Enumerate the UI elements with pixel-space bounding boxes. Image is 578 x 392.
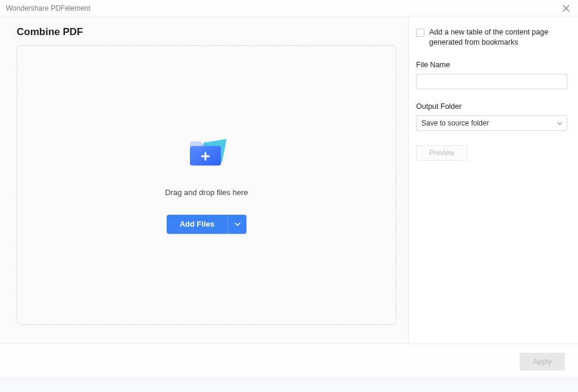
apply-button[interactable]: Apply [520, 353, 565, 371]
folder-plus-icon [186, 137, 227, 169]
page-title: Combine PDF [17, 26, 396, 38]
add-files-button-group: Add Files [167, 215, 247, 234]
output-folder-select-wrap: Save to source folder [416, 115, 567, 131]
close-button[interactable] [560, 2, 572, 14]
content-area: Combine PDF [0, 17, 578, 356]
chevron-down-icon [235, 221, 240, 227]
titlebar: Wondershare PDFelement [0, 0, 578, 17]
bottom-strip [0, 379, 578, 392]
add-files-button[interactable]: Add Files [167, 215, 228, 234]
preview-button[interactable]: Preview [416, 145, 467, 161]
footer-bar: Apply [0, 343, 578, 379]
settings-sidebar: Add a new table of the content page gene… [408, 17, 578, 356]
filename-label: File Name [416, 61, 567, 69]
add-files-dropdown-button[interactable] [227, 215, 246, 234]
file-dropzone[interactable]: Drag and drop files here Add Files [17, 45, 396, 325]
close-icon [563, 5, 570, 12]
toc-checkbox-row: Add a new table of the content page gene… [416, 27, 567, 48]
output-folder-select[interactable]: Save to source folder [416, 115, 567, 131]
window-title: Wondershare PDFelement [6, 4, 90, 12]
output-folder-label: Output Folder [416, 102, 567, 111]
dropzone-hint: Drag and drop files here [165, 188, 248, 197]
toc-checkbox[interactable] [416, 29, 424, 37]
left-pane: Combine PDF [0, 17, 408, 356]
filename-input[interactable] [416, 74, 567, 89]
toc-checkbox-label: Add a new table of the content page gene… [429, 27, 567, 48]
